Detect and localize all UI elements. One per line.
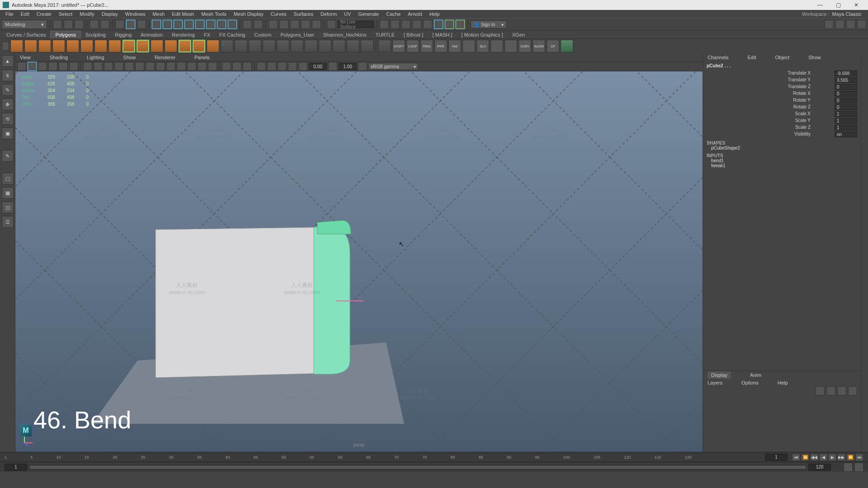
menu-arnold[interactable]: Arnold: [404, 11, 426, 17]
shelf-tab-shannon-hochkins[interactable]: Shannon_Hochkins: [319, 31, 371, 38]
gamma-field[interactable]: [339, 63, 357, 70]
layer-menu-help[interactable]: Help: [778, 380, 788, 385]
shelf-align-icon[interactable]: ALIGN: [533, 40, 545, 52]
menu-deform[interactable]: Deform: [317, 11, 340, 17]
mirror-icon[interactable]: [305, 40, 317, 52]
attr-scale-x[interactable]: Scale X1: [783, 111, 857, 117]
four-pane-icon[interactable]: ▦: [2, 187, 14, 199]
shelf-tab-rigging[interactable]: Rigging: [110, 31, 136, 38]
2d-pan-icon[interactable]: [59, 62, 68, 71]
shelf-tool-icon[interactable]: [462, 40, 475, 52]
dof-icon[interactable]: [278, 62, 287, 71]
shelf-tab-fx-caching[interactable]: FX Caching: [215, 31, 250, 38]
range-end-field[interactable]: [808, 464, 831, 471]
signin-button[interactable]: 👤Sign In▾: [471, 20, 507, 28]
menu-set-selector[interactable]: Modeling▾: [2, 20, 47, 29]
channel-tab-edit[interactable]: Edit: [747, 55, 756, 60]
shelf-loop-icon[interactable]: LOOP: [406, 40, 419, 52]
menu-surfaces[interactable]: Surfaces: [290, 11, 317, 17]
render-frame-icon[interactable]: [380, 20, 389, 29]
current-frame-field[interactable]: [765, 454, 788, 461]
default-light-icon[interactable]: [222, 62, 231, 71]
shelf-slh-icon[interactable]: SLH: [476, 40, 489, 52]
undo-icon[interactable]: [90, 20, 99, 29]
bridge-icon[interactable]: [263, 40, 275, 52]
two-pane-icon[interactable]: ◫: [2, 202, 14, 213]
outliner-icon[interactable]: ☰: [2, 216, 14, 228]
poly-prism-icon[interactable]: [94, 40, 107, 52]
menu-edit-mesh[interactable]: Edit Mesh: [168, 11, 198, 17]
shelf-tab-animation[interactable]: Animation: [136, 31, 167, 38]
select-hierarchy-icon[interactable]: [115, 20, 124, 29]
open-scene-icon[interactable]: [64, 20, 73, 29]
select-component-icon[interactable]: [137, 20, 146, 29]
target-weld-icon[interactable]: [347, 40, 359, 52]
flat-light-icon[interactable]: [243, 62, 252, 71]
lasso-tool-icon[interactable]: ↯: [2, 70, 14, 81]
separate-icon[interactable]: [235, 40, 247, 52]
menu-create[interactable]: Create: [33, 11, 55, 17]
shelf-tab-fx[interactable]: FX: [199, 31, 215, 38]
redo-icon[interactable]: [100, 20, 109, 29]
grid-icon[interactable]: [83, 62, 92, 71]
shelf-ring-icon[interactable]: RING: [420, 40, 433, 52]
save-scene-icon[interactable]: [75, 20, 84, 29]
panel-menu-view[interactable]: View: [20, 55, 31, 60]
graph-editor-icon[interactable]: [378, 40, 391, 52]
shelf-pipe-icon[interactable]: PIPE: [434, 40, 447, 52]
shelf-tab--bifrost-[interactable]: [ Bifrost ]: [399, 31, 428, 38]
view-transform-selector[interactable]: sRGB gamma▾: [368, 63, 418, 70]
shaded-icon[interactable]: [135, 62, 144, 71]
shelf-menu-icon[interactable]: [2, 42, 9, 51]
select-object-icon[interactable]: [126, 20, 135, 29]
platonic-icon[interactable]: [207, 40, 219, 52]
shelf-tab--mash-[interactable]: [ MASH ]: [428, 31, 457, 38]
make-live-icon[interactable]: [290, 20, 299, 29]
combine-icon[interactable]: [221, 40, 233, 52]
playblast-icon[interactable]: [445, 20, 454, 29]
render-view-icon[interactable]: [423, 20, 432, 29]
menu-modify[interactable]: Modify: [76, 11, 98, 17]
shelf-tab-xgen[interactable]: XGen: [508, 31, 529, 38]
view-transform-icon[interactable]: [358, 62, 367, 71]
render-sequence-icon[interactable]: [456, 20, 465, 29]
shelf-tab-curves-surfaces[interactable]: Curves / Surfaces: [2, 31, 50, 38]
workspace-selector[interactable]: Maya Classic: [832, 11, 866, 17]
attr-visibility[interactable]: Visibilityon: [783, 131, 857, 138]
panel-menu-renderer[interactable]: Renderer: [155, 55, 175, 60]
object-name[interactable]: pCube2 . . .: [707, 63, 857, 68]
menu-mesh[interactable]: Mesh: [149, 11, 168, 17]
shelf-hist-icon[interactable]: Hist: [448, 40, 461, 52]
new-scene-icon[interactable]: [53, 20, 62, 29]
bevel-icon[interactable]: [277, 40, 289, 52]
live-surface-field[interactable]: No Live Surface: [338, 21, 374, 28]
mask-joint-icon[interactable]: [163, 20, 172, 29]
xray-joints-icon[interactable]: [198, 62, 207, 71]
go-to-start-icon[interactable]: ⏮: [792, 454, 800, 461]
panel-menu-shading[interactable]: Shading: [50, 55, 68, 60]
menu-display[interactable]: Display: [98, 11, 122, 17]
menu-select[interactable]: Select: [55, 11, 76, 17]
multicut-icon[interactable]: [333, 40, 345, 52]
live-toggle-icon[interactable]: [327, 20, 336, 29]
maximize-button[interactable]: ▢: [829, 0, 847, 10]
shelf-tab--motion-graphics-[interactable]: [ Motion Graphics ]: [457, 31, 507, 38]
input-node-bend[interactable]: bend1: [707, 158, 857, 163]
poly-pyramid-icon[interactable]: [108, 40, 121, 52]
scale-tool-icon[interactable]: ▣: [2, 127, 14, 139]
menu-help[interactable]: Help: [426, 11, 443, 17]
hypershade-icon[interactable]: [412, 20, 421, 29]
snap-curve-icon[interactable]: [254, 20, 263, 29]
snap-point-icon[interactable]: [301, 20, 310, 29]
all-lights-icon[interactable]: [232, 62, 241, 71]
shelf-tab-polygons-user[interactable]: Polygons_User: [276, 31, 319, 38]
shadows-icon[interactable]: [166, 62, 175, 71]
mask-deformer-icon[interactable]: [195, 20, 204, 29]
isolate-icon[interactable]: [177, 62, 186, 71]
mask-dynamic-icon[interactable]: [206, 20, 215, 29]
snap-plane-icon[interactable]: [312, 20, 321, 29]
merge-icon[interactable]: [361, 40, 373, 52]
menu-mesh-display[interactable]: Mesh Display: [230, 11, 267, 17]
layer-new-empty-icon[interactable]: [837, 386, 846, 395]
ao-icon[interactable]: [257, 62, 266, 71]
